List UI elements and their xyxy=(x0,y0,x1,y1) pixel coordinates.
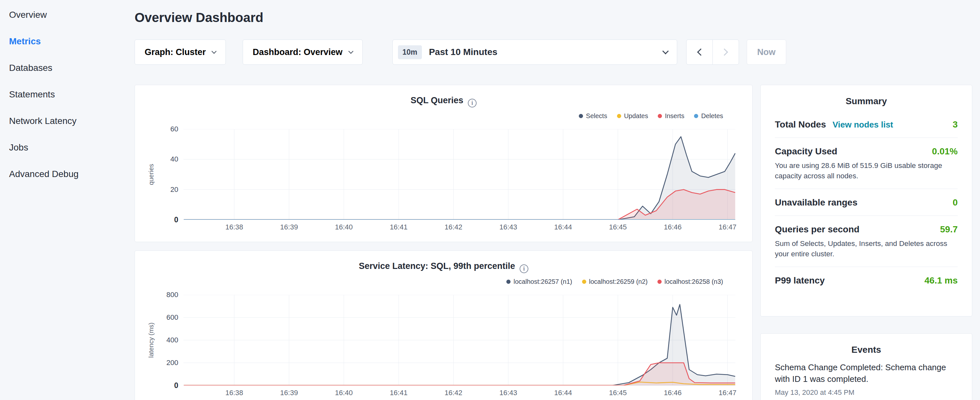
time-controls: 10m Past 10 Minutes Now xyxy=(393,40,786,65)
summary-link[interactable]: View nodes list xyxy=(832,120,893,130)
summary-label: Queries per second xyxy=(775,224,859,234)
x-tick-label: 16:45 xyxy=(609,223,627,231)
x-tick-label: 16:41 xyxy=(390,223,408,231)
sidebar-item-label: Jobs xyxy=(9,142,28,153)
time-range-dropdown[interactable]: 10m Past 10 Minutes xyxy=(393,40,677,65)
chart-body: latency (ms) 0200400600800 16:3816:3916:… xyxy=(135,295,752,400)
summary-description: You are using 28.6 MiB of 515.9 GiB usab… xyxy=(775,161,958,181)
legend-item[interactable]: Selects xyxy=(579,112,607,120)
summary-row-head: Unavailable ranges 0 xyxy=(775,198,958,208)
chevron-down-icon xyxy=(348,49,353,54)
legend-dot-icon xyxy=(582,280,586,284)
sidebar-item-statements[interactable]: Statements xyxy=(9,89,135,100)
info-icon[interactable]: i xyxy=(520,265,528,273)
x-axis-ticks: 16:3816:3916:4016:4116:4216:4316:4416:45… xyxy=(183,389,735,400)
summary-value: 0.01% xyxy=(932,146,958,157)
summary-row: Capacity Used 0.01% You are using 28.6 M… xyxy=(775,138,958,189)
sidebar: Overview Metrics Databases Statements Ne… xyxy=(0,0,135,400)
chart-header: SQL Queriesi xyxy=(135,96,752,108)
chart-plot[interactable] xyxy=(183,129,735,220)
events-panel: Events Schema Change Completed: Schema c… xyxy=(760,333,972,400)
sidebar-item-overview[interactable]: Overview xyxy=(9,10,135,20)
event-timestamp: May 13, 2020 at 4:45 PM xyxy=(775,388,958,397)
sidebar-item-metrics[interactable]: Metrics xyxy=(9,36,135,46)
y-tick-label: 400 xyxy=(166,336,178,344)
chevron-left-icon xyxy=(697,49,704,56)
legend-dot-icon xyxy=(579,114,583,118)
y-axis-ticks: 0204060 xyxy=(158,129,178,220)
sidebar-item-label: Statements xyxy=(9,89,55,99)
chart-panel-sql-queries: SQL Queriesi SelectsUpdatesInsertsDelete… xyxy=(135,85,752,242)
dashboard-label: Dashboard: Overview xyxy=(253,47,343,57)
legend-label: Updates xyxy=(624,112,648,120)
sidebar-item-jobs[interactable]: Jobs xyxy=(9,142,135,153)
time-prev-button[interactable] xyxy=(686,40,713,65)
x-tick-label: 16:45 xyxy=(609,389,627,397)
dashboard-dropdown[interactable]: Dashboard: Overview xyxy=(243,40,363,65)
summary-label: Capacity Used xyxy=(775,146,837,157)
sidebar-item-advanced-debug[interactable]: Advanced Debug xyxy=(9,169,135,179)
x-tick-label: 16:39 xyxy=(280,223,298,231)
event-message: Schema Change Completed: Schema change w… xyxy=(775,362,958,385)
legend-item[interactable]: localhost:26259 (n2) xyxy=(582,278,648,285)
legend-label: localhost:26259 (n2) xyxy=(589,278,648,285)
sidebar-list: Overview Metrics Databases Statements Ne… xyxy=(9,10,135,179)
x-tick-label: 16:39 xyxy=(280,389,298,397)
sidebar-item-label: Metrics xyxy=(9,36,41,46)
y-tick-label: 800 xyxy=(166,291,178,298)
x-tick-label: 16:41 xyxy=(390,389,408,397)
legend-item[interactable]: localhost:26258 (n3) xyxy=(657,278,723,285)
right-sidebar: Summary Total Nodes View nodes list 3 Ca… xyxy=(760,85,972,400)
chart-legend: SelectsUpdatesInsertsDeletes xyxy=(135,111,752,121)
graph-scope-label: Graph: Cluster xyxy=(145,47,206,57)
sidebar-item-label: Databases xyxy=(9,63,52,73)
summary-row: Unavailable ranges 0 xyxy=(775,189,958,216)
chart-plot[interactable] xyxy=(183,295,735,386)
summary-row: Total Nodes View nodes list 3 xyxy=(775,111,958,138)
summary-rows: Total Nodes View nodes list 3 Capacity U… xyxy=(775,111,958,293)
chevron-right-icon xyxy=(721,49,728,56)
summary-title: Summary xyxy=(775,85,958,111)
info-icon[interactable]: i xyxy=(468,99,477,107)
x-tick-label: 16:40 xyxy=(335,389,353,397)
legend-item[interactable]: Inserts xyxy=(658,112,684,120)
summary-label: Total Nodes xyxy=(775,120,826,130)
time-range-badge: 10m xyxy=(398,45,422,59)
event-item[interactable]: Schema Change Completed: Schema change w… xyxy=(775,360,958,397)
y-tick-label: 0 xyxy=(174,216,178,224)
plot-column: 16:3816:3916:4016:4116:4216:4316:4416:45… xyxy=(183,295,735,400)
time-next-button[interactable] xyxy=(713,40,739,65)
sidebar-item-databases[interactable]: Databases xyxy=(9,63,135,73)
legend-dot-icon xyxy=(657,280,662,284)
events-list: Schema Change Completed: Schema change w… xyxy=(775,360,958,397)
app-root: Overview Metrics Databases Statements Ne… xyxy=(0,0,980,400)
chart-title: Service Latency: SQL, 99th percentile xyxy=(359,261,515,271)
now-button[interactable]: Now xyxy=(747,40,786,65)
sidebar-item-network-latency[interactable]: Network Latency xyxy=(9,116,135,126)
events-title: Events xyxy=(775,334,958,360)
chart-body: queries 0204060 16:3816:3916:4016:4116:4… xyxy=(135,129,752,234)
legend-item[interactable]: Updates xyxy=(617,112,648,120)
sidebar-item-label: Advanced Debug xyxy=(9,169,79,179)
charts-column: SQL Queriesi SelectsUpdatesInsertsDelete… xyxy=(135,85,752,400)
main-content: Overview Dashboard Graph: Cluster Dashbo… xyxy=(135,0,980,400)
chevron-down-icon xyxy=(212,49,217,54)
y-axis-title: latency (ms) xyxy=(145,295,158,386)
time-range-label: Past 10 Minutes xyxy=(429,47,663,57)
legend-item[interactable]: Deletes xyxy=(694,112,723,120)
summary-value: 59.7 xyxy=(940,224,958,234)
plot-column: 16:3816:3916:4016:4116:4216:4316:4416:45… xyxy=(183,129,735,234)
legend-label: localhost:26258 (n3) xyxy=(665,278,723,285)
sidebar-item-label: Overview xyxy=(9,10,47,20)
legend-item[interactable]: localhost:26257 (n1) xyxy=(506,278,572,285)
summary-value: 0 xyxy=(953,198,958,208)
summary-panel: Summary Total Nodes View nodes list 3 Ca… xyxy=(760,85,972,317)
x-tick-label: 16:42 xyxy=(445,389,462,397)
page-title: Overview Dashboard xyxy=(135,10,972,25)
x-tick-label: 16:38 xyxy=(225,223,243,231)
x-tick-label: 16:46 xyxy=(664,223,682,231)
summary-row: P99 latency 46.1 ms xyxy=(775,267,958,293)
chart-title: SQL Queries xyxy=(410,96,463,105)
graph-scope-dropdown[interactable]: Graph: Cluster xyxy=(135,40,226,65)
y-tick-label: 200 xyxy=(166,359,178,367)
